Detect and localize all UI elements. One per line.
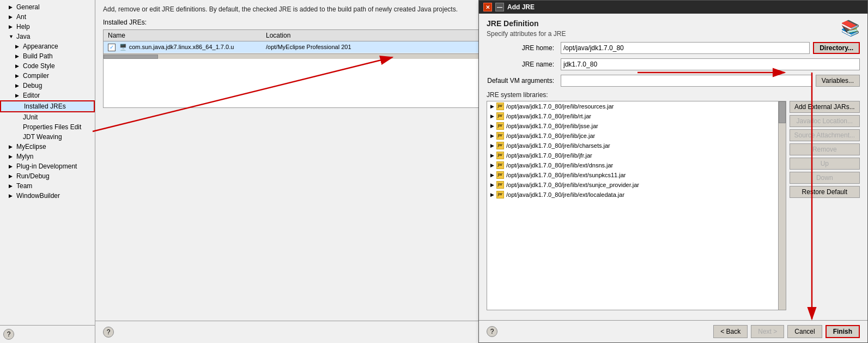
dialog-cancel-button[interactable]: Cancel bbox=[787, 325, 822, 338]
tree-item-installed-jres[interactable]: Installed JREs bbox=[0, 100, 95, 112]
dialog-subtitle: Specify attributes for a JRE bbox=[487, 30, 566, 38]
jre-name-row: JRE name: bbox=[487, 58, 860, 70]
jre-name-input[interactable] bbox=[561, 58, 860, 70]
dialog-titles: JRE Definition Specify attributes for a … bbox=[487, 19, 566, 38]
tree-item-ant[interactable]: ▶Ant bbox=[0, 12, 95, 22]
lib-item[interactable]: ▶jar/opt/java/jdk1.7.0_80/jre/lib/jfr.ja… bbox=[487, 151, 778, 160]
lib-item[interactable]: ▶jar/opt/java/jdk1.7.0_80/jre/lib/ext/su… bbox=[487, 180, 778, 190]
tree-item-java[interactable]: ▼Java bbox=[0, 32, 95, 41]
help-icon[interactable]: ? bbox=[3, 329, 14, 340]
jre-home-label: JRE home: bbox=[487, 44, 557, 52]
expand-icon: ▶ bbox=[490, 143, 494, 148]
jre-checkbox[interactable]: ✓ bbox=[108, 44, 116, 51]
dialog-footer: ? < Back Next > Cancel Finish bbox=[479, 320, 867, 342]
down-libs-button[interactable]: Down bbox=[790, 172, 860, 184]
tree-item-general[interactable]: ▶General bbox=[0, 2, 95, 12]
lib-item[interactable]: ▶jar/opt/java/jdk1.7.0_80/jre/lib/ext/dn… bbox=[487, 160, 778, 170]
expand-icon: ▶ bbox=[490, 192, 494, 197]
jar-icon: jar bbox=[496, 122, 504, 130]
dialog-title: Add JRE bbox=[507, 3, 535, 11]
expand-icon: ▶ bbox=[490, 182, 494, 188]
dialog-body: JRE Definition Specify attributes for a … bbox=[479, 14, 867, 320]
tree-item-code-style[interactable]: ▶Code Style bbox=[0, 61, 95, 71]
jar-icon: jar bbox=[496, 152, 504, 159]
dialog-close-button[interactable]: ✕ bbox=[483, 3, 492, 11]
lib-path: /opt/java/jdk1.7.0_80/jre/lib/ext/locale… bbox=[506, 191, 624, 198]
tree-item-help[interactable]: ▶Help bbox=[0, 22, 95, 32]
lib-path: /opt/java/jdk1.7.0_80/jre/lib/ext/dnsns.… bbox=[506, 162, 613, 169]
jar-icon: jar bbox=[496, 161, 504, 169]
tree-item-jdt-weaving[interactable]: JDT Weaving bbox=[0, 132, 95, 142]
jar-icon: jar bbox=[496, 181, 504, 189]
javadocLocation-libs-button[interactable]: Javadoc Location... bbox=[790, 115, 860, 127]
preferences-tree: ▶General▶Ant▶Help▼Java▶Appearance▶Build … bbox=[0, 0, 95, 325]
tree-item-run-debug[interactable]: ▶Run/Debug bbox=[0, 171, 95, 181]
lib-item[interactable]: ▶jar/opt/java/jdk1.7.0_80/jre/lib/ext/lo… bbox=[487, 190, 778, 200]
default-vm-args-label: Default VM arguments: bbox=[487, 77, 557, 85]
lib-item[interactable]: ▶jar/opt/java/jdk1.7.0_80/jre/lib/resour… bbox=[487, 101, 778, 111]
preferences-tree-panel: ▶General▶Ant▶Help▼Java▶Appearance▶Build … bbox=[0, 0, 95, 343]
jre-system-libs-label: JRE system libraries: bbox=[487, 91, 860, 99]
back-button[interactable]: < Back bbox=[713, 325, 748, 338]
expand-icon: ▶ bbox=[490, 153, 494, 158]
sourceAttachment-libs-button[interactable]: Source Attachment... bbox=[790, 129, 860, 141]
main-help-icon[interactable]: ? bbox=[103, 327, 114, 338]
tree-item-properties-files-edit[interactable]: Properties Files Edit bbox=[0, 122, 95, 132]
jar-icon: jar bbox=[496, 112, 504, 120]
lib-item[interactable]: ▶jar/opt/java/jdk1.7.0_80/jre/lib/ext/su… bbox=[487, 170, 778, 180]
libs-action-buttons: Add External JARs...Javadoc Location...S… bbox=[786, 101, 860, 310]
lib-path: /opt/java/jdk1.7.0_80/jre/lib/rt.jar bbox=[506, 113, 591, 119]
tree-item-team[interactable]: ▶Team bbox=[0, 181, 95, 191]
add-jre-dialog: ✕ — Add JRE JRE Definition Specify attri… bbox=[478, 0, 868, 343]
lib-path: /opt/java/jdk1.7.0_80/jre/lib/jfr.jar bbox=[506, 152, 592, 159]
tree-item-editor[interactable]: ▶Editor bbox=[0, 91, 95, 100]
jar-icon: jar bbox=[496, 103, 504, 110]
tree-item-myeclipse[interactable]: ▶MyEclipse bbox=[0, 142, 95, 152]
default-vm-args-row: Default VM arguments: Variables... bbox=[487, 75, 860, 87]
jre-home-input[interactable] bbox=[561, 42, 810, 54]
jar-icon: jar bbox=[496, 191, 504, 198]
expand-icon: ▶ bbox=[490, 163, 494, 168]
lib-path: /opt/java/jdk1.7.0_80/jre/lib/charsets.j… bbox=[506, 142, 610, 149]
lib-item[interactable]: ▶jar/opt/java/jdk1.7.0_80/jre/lib/jsse.j… bbox=[487, 121, 778, 131]
libs-scrollbar-thumb[interactable] bbox=[779, 101, 786, 123]
tree-item-appearance[interactable]: ▶Appearance bbox=[0, 41, 95, 51]
remove-libs-button[interactable]: Remove bbox=[790, 143, 860, 155]
tree-item-compiler[interactable]: ▶Compiler bbox=[0, 71, 95, 81]
jre-name-label: JRE name: bbox=[487, 61, 557, 68]
jar-icon: jar bbox=[496, 132, 504, 140]
lib-item[interactable]: ▶jar/opt/java/jdk1.7.0_80/jre/lib/rt.jar bbox=[487, 111, 778, 121]
col-header-name: Name bbox=[104, 30, 262, 41]
tree-item-junit[interactable]: JUnit bbox=[0, 112, 95, 122]
restoreDefault-libs-button[interactable]: Restore Default bbox=[790, 186, 860, 198]
expand-icon: ▶ bbox=[490, 123, 494, 129]
tree-item-debug[interactable]: ▶Debug bbox=[0, 81, 95, 91]
dialog-titlebar: ✕ — Add JRE bbox=[479, 1, 867, 14]
lib-path: /opt/java/jdk1.7.0_80/jre/lib/ext/sunjce… bbox=[506, 182, 639, 188]
addExternalJars-libs-button[interactable]: Add External JARs... bbox=[790, 101, 860, 113]
scrollbar-thumb[interactable] bbox=[104, 55, 158, 59]
jre-name: com.sun.java.jdk7.linux.x86_64_1.7.0.u bbox=[129, 44, 234, 50]
next-button[interactable]: Next > bbox=[751, 325, 784, 338]
libs-scrollbar[interactable] bbox=[779, 101, 786, 310]
dialog-minimize-button[interactable]: — bbox=[495, 3, 504, 11]
tree-item-plugin-dev[interactable]: ▶Plug-in Development bbox=[0, 161, 95, 171]
default-vm-args-input[interactable] bbox=[561, 75, 812, 87]
finish-button[interactable]: Finish bbox=[825, 325, 860, 338]
dialog-header-section: JRE Definition Specify attributes for a … bbox=[487, 19, 860, 38]
lib-item[interactable]: ▶jar/opt/java/jdk1.7.0_80/jre/lib/jce.ja… bbox=[487, 131, 778, 141]
up-libs-button[interactable]: Up bbox=[790, 158, 860, 170]
expand-icon: ▶ bbox=[490, 113, 494, 119]
libs-section: ▶jar/opt/java/jdk1.7.0_80/jre/lib/resour… bbox=[487, 101, 860, 310]
directory-button[interactable]: Directory... bbox=[813, 42, 860, 54]
lib-path: /opt/java/jdk1.7.0_80/jre/lib/jce.jar bbox=[506, 133, 595, 139]
variables-button[interactable]: Variables... bbox=[816, 75, 860, 87]
tree-item-mylyn[interactable]: ▶Mylyn bbox=[0, 152, 95, 161]
tree-item-build-path[interactable]: ▶Build Path bbox=[0, 51, 95, 61]
dialog-help-icon[interactable]: ? bbox=[487, 326, 497, 337]
jre-libs-list[interactable]: ▶jar/opt/java/jdk1.7.0_80/jre/lib/resour… bbox=[487, 101, 779, 310]
jar-icon: jar bbox=[496, 171, 504, 179]
tree-item-windowbuilder[interactable]: ▶WindowBuilder bbox=[0, 191, 95, 201]
dialog-jre-definition-title: JRE Definition bbox=[487, 19, 566, 28]
lib-item[interactable]: ▶jar/opt/java/jdk1.7.0_80/jre/lib/charse… bbox=[487, 141, 778, 151]
